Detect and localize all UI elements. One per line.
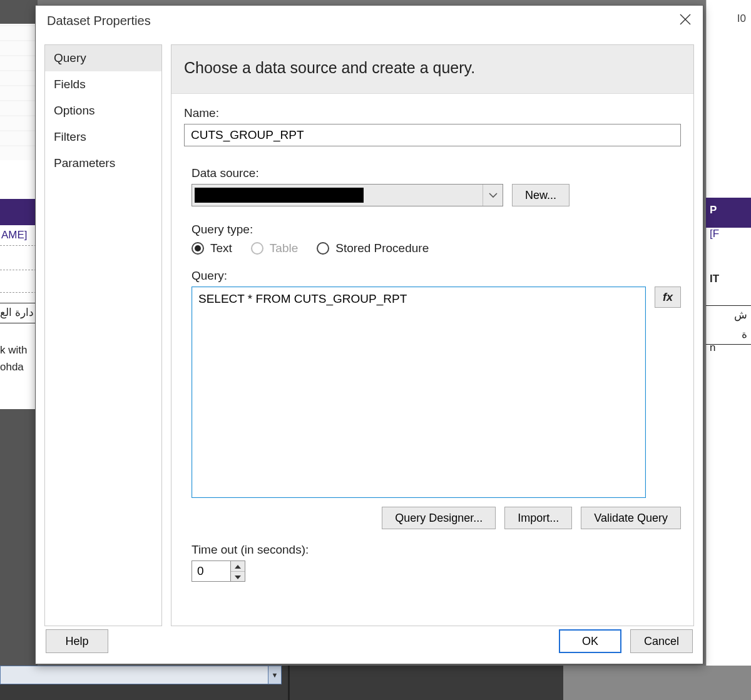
content-pane: Choose a data source and create a query.… <box>171 44 694 626</box>
background-purple-bar <box>0 199 38 225</box>
querytype-radiogroup: Text Table Stored Procedure <box>192 241 681 255</box>
nav-item-filters[interactable]: Filters <box>45 124 161 150</box>
background-text: k withohda <box>0 338 36 379</box>
background-grid <box>0 24 38 160</box>
dataset-properties-dialog: Dataset Properties Query Fields Options … <box>35 5 703 664</box>
background-text: IT <box>706 273 751 285</box>
radio-icon <box>251 242 263 255</box>
radio-icon <box>192 242 204 255</box>
radio-stored-procedure[interactable]: Stored Procedure <box>317 241 429 255</box>
background-dashes <box>0 248 36 293</box>
import-button[interactable]: Import... <box>504 507 572 529</box>
name-label: Name: <box>184 106 681 120</box>
validate-query-button[interactable]: Validate Query <box>581 507 681 529</box>
timeout-label: Time out (in seconds): <box>192 543 681 557</box>
background-arabic: دارة الع <box>0 303 36 323</box>
datasource-combobox[interactable] <box>192 184 503 206</box>
help-button[interactable]: Help <box>46 629 108 653</box>
nav-item-query[interactable]: Query <box>45 45 161 71</box>
cancel-button[interactable]: Cancel <box>630 629 693 653</box>
chevron-down-icon <box>483 185 503 206</box>
nav-item-options[interactable]: Options <box>45 98 161 124</box>
fx-icon: fx <box>663 291 673 304</box>
timeout-spin-down[interactable] <box>231 572 245 582</box>
radio-table-label: Table <box>270 241 298 255</box>
nav-item-parameters[interactable]: Parameters <box>45 150 161 176</box>
radio-text[interactable]: Text <box>192 241 232 255</box>
background-text: [F <box>706 228 751 240</box>
nav-pane: Query Fields Options Filters Parameters <box>44 44 162 626</box>
dialog-titlebar: Dataset Properties <box>36 6 703 36</box>
dialog-footer: Help OK Cancel <box>36 626 703 664</box>
ok-button[interactable]: OK <box>559 629 621 653</box>
nav-item-fields[interactable]: Fields <box>45 71 161 98</box>
query-textarea[interactable] <box>192 287 646 498</box>
background-dropdown-panel <box>0 666 282 684</box>
close-icon <box>680 14 691 28</box>
datasource-value-redacted <box>195 188 364 203</box>
svg-marker-3 <box>235 576 241 579</box>
timeout-input[interactable] <box>192 561 230 582</box>
close-button[interactable] <box>668 6 703 36</box>
radio-text-label: Text <box>210 241 232 255</box>
radio-sp-label: Stored Procedure <box>335 241 429 255</box>
timeout-spin-up[interactable] <box>231 561 245 572</box>
query-label: Query: <box>192 269 681 283</box>
radio-table: Table <box>251 241 298 255</box>
datasource-label: Data source: <box>192 166 681 180</box>
name-input[interactable] <box>184 124 681 146</box>
timeout-spinner <box>230 561 245 582</box>
background-right-purple: P <box>706 198 751 228</box>
background-text: AME] <box>0 225 36 246</box>
background-arabic: شة <box>706 305 751 345</box>
content-heading: Choose a data source and create a query. <box>171 45 693 94</box>
expression-button[interactable]: fx <box>655 287 681 308</box>
background-text: I0 <box>706 13 751 25</box>
background-text: n <box>706 342 751 354</box>
background-separator <box>288 666 290 700</box>
chevron-up-icon <box>235 561 241 571</box>
radio-icon <box>317 242 329 255</box>
svg-marker-2 <box>235 565 241 569</box>
querytype-label: Query type: <box>192 223 681 236</box>
query-designer-button[interactable]: Query Designer... <box>382 507 496 529</box>
background-gray-block <box>563 666 751 700</box>
new-datasource-button[interactable]: New... <box>512 184 570 206</box>
chevron-down-icon <box>235 572 241 581</box>
background-dropdown-button: ▼ <box>268 666 282 684</box>
dialog-title: Dataset Properties <box>47 14 151 28</box>
